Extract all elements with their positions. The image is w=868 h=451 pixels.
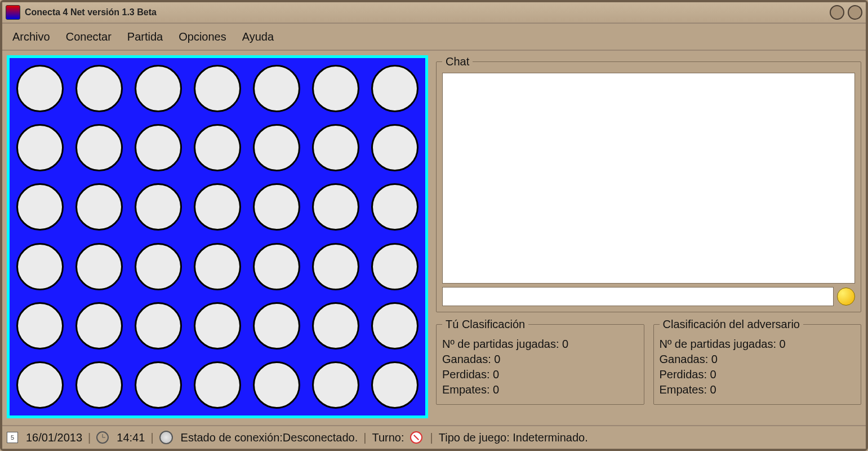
board-cell[interactable] [312, 65, 359, 112]
menu-partida[interactable]: Partida [127, 30, 163, 43]
status-sep: | [430, 431, 433, 444]
self-lost: Perdidas: 0 [442, 368, 638, 381]
chat-panel: Chat [436, 55, 861, 312]
calendar-icon: 5 [7, 432, 18, 443]
emoji-button[interactable] [837, 288, 855, 306]
opp-lost: Perdidas: 0 [660, 368, 856, 381]
board-cell[interactable] [16, 361, 64, 409]
opp-won: Ganadas: 0 [660, 353, 856, 366]
board-cell[interactable] [75, 243, 123, 290]
board-cell[interactable] [16, 124, 64, 171]
clock-icon [96, 431, 109, 444]
board-cell[interactable] [194, 243, 241, 290]
menu-opciones[interactable]: Opciones [179, 30, 226, 43]
window-title: Conecta 4 Net versión 1.3 Beta [25, 7, 826, 17]
board-cell[interactable] [75, 124, 123, 171]
board-cell[interactable] [371, 361, 419, 409]
app-icon [6, 5, 20, 20]
board-cell[interactable] [75, 183, 123, 231]
minimize-button[interactable] [830, 5, 844, 20]
menu-archivo[interactable]: Archivo [12, 30, 50, 43]
close-button[interactable] [848, 5, 862, 20]
opp-played: Nº de partidas jugadas: 0 [660, 338, 856, 351]
board-cell[interactable] [16, 243, 64, 290]
board-cell[interactable] [312, 183, 359, 231]
board-cell[interactable] [312, 124, 359, 171]
menu-ayuda[interactable]: Ayuda [242, 30, 274, 43]
game-board[interactable] [7, 55, 428, 418]
status-sep: | [363, 431, 366, 444]
self-played: Nº de partidas jugadas: 0 [442, 338, 638, 351]
status-date: 16/01/2013 [26, 431, 82, 444]
board-cell[interactable] [253, 65, 300, 112]
board-cell[interactable] [75, 361, 123, 409]
opp-draw: Empates: 0 [660, 383, 856, 396]
board-cell[interactable] [371, 243, 419, 290]
titlebar: Conecta 4 Net versión 1.3 Beta [2, 2, 866, 24]
board-cell[interactable] [194, 124, 241, 171]
board-cell[interactable] [194, 302, 241, 350]
board-cell[interactable] [194, 183, 241, 231]
chat-legend: Chat [442, 55, 473, 68]
board-cell[interactable] [135, 243, 182, 290]
board-cell[interactable] [194, 361, 241, 409]
self-stats-panel: Tú Clasificación Nº de partidas jugadas:… [436, 318, 644, 405]
board-cell[interactable] [253, 361, 300, 409]
board-cell[interactable] [253, 183, 300, 231]
opponent-stats-legend: Clasificación del adversario [660, 318, 803, 331]
opponent-stats-panel: Clasificación del adversario Nº de parti… [653, 318, 862, 405]
board-cell[interactable] [371, 124, 419, 171]
self-won: Ganadas: 0 [442, 353, 638, 366]
board-cell[interactable] [16, 183, 64, 231]
board-cell[interactable] [135, 183, 182, 231]
board-cell[interactable] [371, 183, 419, 231]
menubar: Archivo Conectar Partida Opciones Ayuda [2, 24, 866, 51]
board-cell[interactable] [312, 361, 359, 409]
board-cell[interactable] [16, 302, 64, 350]
status-connection: Estado de conexión:Desconectado. [181, 431, 358, 444]
chat-input[interactable] [442, 287, 834, 306]
board-cell[interactable] [16, 65, 64, 112]
statusbar: 5 16/01/2013 | 14:41 | Estado de conexió… [2, 425, 866, 449]
menu-conectar[interactable]: Conectar [66, 30, 112, 43]
board-cell[interactable] [253, 124, 300, 171]
board-cell[interactable] [135, 65, 182, 112]
status-gametype: Tipo de juego: Indeterminado. [439, 431, 588, 444]
board-cell[interactable] [312, 302, 359, 350]
board-cell[interactable] [371, 65, 419, 112]
chat-log[interactable] [442, 73, 855, 284]
board-cell[interactable] [312, 243, 359, 290]
no-entry-icon [410, 431, 422, 444]
status-sep: | [150, 431, 153, 444]
self-draw: Empates: 0 [442, 383, 638, 396]
board-cell[interactable] [253, 302, 300, 350]
status-turn-label: Turno: [372, 431, 404, 444]
board-cell[interactable] [194, 65, 241, 112]
board-cell[interactable] [371, 302, 419, 350]
status-time: 14:41 [117, 431, 145, 444]
board-cell[interactable] [135, 302, 182, 350]
globe-icon [159, 431, 173, 444]
board-cell[interactable] [253, 243, 300, 290]
status-sep: | [88, 431, 91, 444]
board-cell[interactable] [135, 361, 182, 409]
board-cell[interactable] [75, 302, 123, 350]
board-cell[interactable] [75, 65, 123, 112]
self-stats-legend: Tú Clasificación [442, 318, 528, 331]
board-cell[interactable] [135, 124, 182, 171]
